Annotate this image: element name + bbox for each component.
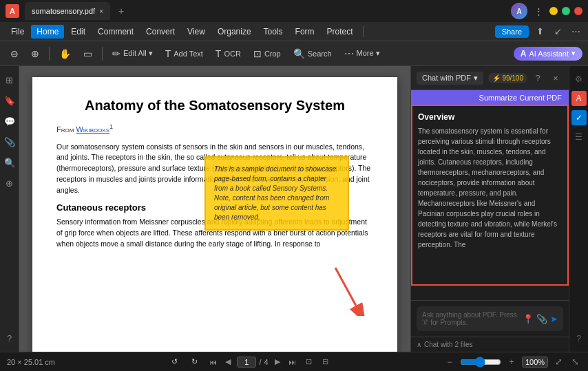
summarize-bar[interactable]: Summarize Current PDF: [411, 90, 569, 105]
app-icon: A: [6, 4, 19, 18]
zoom-out-status-btn[interactable]: −: [443, 356, 456, 368]
menu-file[interactable]: File: [6, 25, 30, 39]
download-icon[interactable]: ↙: [551, 25, 565, 39]
menu-protect[interactable]: Protect: [322, 25, 359, 39]
more-menu-icon[interactable]: ⋯: [569, 25, 582, 39]
wikibooks-link[interactable]: Wikibooks: [76, 125, 109, 134]
menu-right: Share ⬆ ↙ ⋯: [495, 25, 582, 39]
sidebar-help-icon[interactable]: ?: [1, 330, 18, 346]
hand-tool-btn[interactable]: ✋: [54, 45, 76, 62]
kebab-menu-btn[interactable]: ⋮: [532, 4, 545, 18]
close-btn[interactable]: [574, 7, 582, 15]
ocr-btn[interactable]: T OCR: [211, 45, 246, 62]
edit-all-btn[interactable]: ✏ Edit All ▾: [107, 45, 158, 62]
search-btn[interactable]: 🔍 Search: [288, 45, 337, 62]
zoom-in-btn[interactable]: ⊕: [26, 45, 44, 62]
score-value: 99/100: [502, 74, 523, 82]
crop-btn[interactable]: ⊡ Crop: [249, 45, 286, 62]
pdf-page: Anatomy of the Somatosensory System From…: [32, 77, 397, 352]
sidebar-layers-icon[interactable]: ⊕: [1, 175, 18, 191]
files-bar-label: Chat with 2 files: [424, 341, 473, 348]
tab-close-btn[interactable]: ×: [99, 8, 103, 15]
menu-convert[interactable]: Convert: [140, 25, 180, 39]
left-sidebar: ⊞ 🔖 💬 📎 🔍 ⊕ ?: [0, 66, 19, 352]
sidebar-comment-icon[interactable]: 💬: [1, 113, 18, 129]
panel-close-btn[interactable]: ×: [548, 70, 563, 85]
menu-comment[interactable]: Comment: [92, 25, 139, 39]
select-tool-btn[interactable]: ▭: [78, 45, 97, 62]
double-page-view-btn[interactable]: ⊟: [319, 356, 332, 368]
more-btn[interactable]: ⋯ More ▾: [339, 45, 385, 62]
location-icon[interactable]: 📍: [523, 314, 534, 324]
fullscreen-btn[interactable]: ⤢: [552, 356, 565, 368]
menu-view[interactable]: View: [182, 25, 211, 39]
rs-ai-icon[interactable]: A: [571, 91, 587, 106]
crop-label: Crop: [264, 50, 281, 58]
summarize-label: Summarize Current PDF: [479, 94, 562, 102]
maximize-btn[interactable]: [562, 7, 570, 15]
share-btn[interactable]: Share: [495, 25, 529, 38]
rs-check-icon[interactable]: ✓: [571, 110, 587, 125]
chat-panel-title: Chat with PDF: [422, 74, 471, 82]
score-badge: ⚡ 99/100: [488, 73, 527, 83]
menu-tools[interactable]: Tools: [258, 25, 288, 39]
edit-all-label: Edit All ▾: [123, 49, 153, 58]
menu-form[interactable]: Form: [290, 25, 320, 39]
total-pages: 4: [264, 358, 268, 366]
new-tab-btn[interactable]: +: [113, 3, 129, 19]
search-icon: 🔍: [293, 48, 305, 59]
single-page-view-btn[interactable]: ⊡: [303, 356, 315, 368]
prev-page-btn[interactable]: ◀: [222, 356, 234, 368]
rs-menu-icon[interactable]: ☰: [571, 129, 587, 145]
upload-icon[interactable]: ⬆: [533, 25, 547, 39]
menu-divider: [363, 26, 364, 37]
rs-help-icon[interactable]: ?: [571, 331, 587, 346]
pdf-viewer: Anatomy of the Somatosensory System From…: [19, 66, 410, 352]
last-page-btn[interactable]: ⏭: [286, 356, 299, 368]
edit-icon: ✏: [112, 48, 120, 59]
status-bar: 20 × 25.01 cm ↺ ↻ ⏮ ◀ / 4 ▶ ⏭ ⊡ ⊟ − + ⤢ …: [0, 352, 588, 371]
chat-with-pdf-btn[interactable]: Chat with PDF ▾: [417, 72, 483, 85]
files-bar[interactable]: ∧ Chat with 2 files: [411, 337, 569, 352]
zoom-out-btn[interactable]: ⊖: [6, 45, 23, 62]
right-sidebar: ⚙ A ✓ ☰ ?: [569, 66, 588, 352]
sidebar-home-icon[interactable]: ⊞: [1, 72, 18, 88]
zoom-in-status-btn[interactable]: +: [505, 356, 518, 368]
svg-line-1: [335, 268, 356, 306]
zoom-slider[interactable]: [460, 357, 501, 368]
send-icon[interactable]: ➤: [550, 314, 558, 324]
menu-home[interactable]: Home: [31, 25, 64, 39]
rs-settings-icon[interactable]: ⚙: [571, 72, 587, 87]
sidebar-bookmark-icon[interactable]: 🔖: [1, 92, 18, 109]
ai-label: AI Assistant: [529, 50, 569, 58]
add-text-label: Add Text: [174, 50, 203, 58]
sidebar-search-icon[interactable]: 🔍: [1, 154, 18, 171]
first-page-btn[interactable]: ⏮: [207, 356, 219, 368]
ai-assistant-btn[interactable]: A AI Assistant ▾: [514, 47, 582, 61]
panel-help-btn[interactable]: ?: [530, 70, 545, 85]
rotate-left-btn[interactable]: ↺: [167, 354, 182, 369]
current-page-input[interactable]: [237, 357, 256, 368]
menu-bar: File Home Edit Comment Convert View Orga…: [0, 22, 588, 41]
add-text-btn[interactable]: T Add Text: [160, 45, 208, 62]
active-tab[interactable]: somatosensory.pdf ×: [25, 2, 110, 20]
files-expand-icon: ∧: [417, 341, 421, 348]
minimize-btn[interactable]: [549, 7, 558, 15]
next-page-btn[interactable]: ▶: [271, 356, 284, 368]
dimensions-label: 20 × 25.01 cm: [7, 358, 55, 366]
menu-edit[interactable]: Edit: [65, 25, 91, 39]
attach-icon[interactable]: 📎: [536, 314, 547, 324]
chat-content: Overview The somatosensory system is ess…: [411, 105, 569, 300]
crop-icon: ⊡: [253, 48, 262, 59]
chat-input-area[interactable]: Ask anything about PDF. Press '#' for Pr…: [417, 306, 563, 331]
page-nav: ⏮ ◀ / 4 ▶ ⏭: [207, 356, 298, 368]
ai-dropdown-icon: ▾: [571, 49, 576, 58]
zoom-value-input[interactable]: [522, 357, 548, 368]
toolbar-divider-2: [102, 47, 103, 61]
sidebar-attach-icon[interactable]: 📎: [1, 134, 18, 150]
rotate-right-btn[interactable]: ↻: [187, 354, 202, 369]
lightning-icon: ⚡: [492, 74, 501, 82]
fit-page-btn[interactable]: ⤡: [569, 356, 581, 368]
avatar: A: [511, 3, 527, 19]
menu-organize[interactable]: Organize: [212, 25, 257, 39]
